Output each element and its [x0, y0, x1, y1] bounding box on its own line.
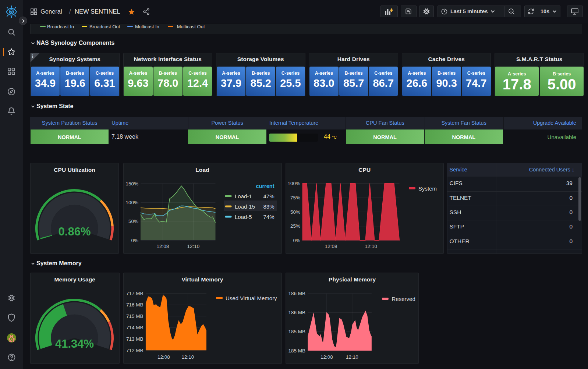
- svg-text:System: System: [418, 185, 437, 192]
- svg-text:Load-15: Load-15: [235, 203, 255, 210]
- svg-text:12:10: 12:10: [187, 244, 199, 249]
- svg-text:Load-5: Load-5: [235, 214, 252, 220]
- svg-text:12:08: 12:08: [320, 354, 333, 360]
- svg-text:185 MB: 185 MB: [288, 348, 305, 354]
- svg-text:186 MB: 186 MB: [288, 310, 305, 315]
- svg-text:717 MB: 717 MB: [126, 291, 143, 296]
- svg-text:75%: 75%: [290, 195, 300, 201]
- svg-text:Load-1: Load-1: [235, 193, 252, 199]
- svg-text:12:08: 12:08: [325, 244, 337, 249]
- svg-text:50%: 50%: [128, 219, 138, 224]
- svg-text:12:10: 12:10: [181, 354, 194, 360]
- svg-text:current: current: [256, 183, 274, 189]
- svg-text:716 MB: 716 MB: [126, 302, 143, 308]
- svg-text:712 MB: 712 MB: [126, 348, 143, 353]
- svg-text:100%: 100%: [125, 200, 138, 205]
- svg-text:150%: 150%: [125, 181, 138, 187]
- svg-text:12:08: 12:08: [157, 354, 170, 360]
- svg-text:0%: 0%: [131, 238, 138, 243]
- svg-text:12:10: 12:10: [346, 354, 358, 360]
- svg-text:47%: 47%: [263, 193, 274, 199]
- svg-text:Used Virtual Memory: Used Virtual Memory: [225, 295, 277, 301]
- svg-text:0%: 0%: [293, 238, 300, 243]
- svg-text:12:10: 12:10: [365, 244, 377, 249]
- svg-text:74%: 74%: [263, 214, 274, 220]
- svg-text:100%: 100%: [287, 181, 300, 186]
- svg-text:Reserved: Reserved: [392, 296, 415, 302]
- svg-text:12:08: 12:08: [156, 244, 169, 249]
- svg-text:713 MB: 713 MB: [126, 336, 143, 342]
- svg-text:41.34%: 41.34%: [55, 337, 94, 350]
- svg-text:83%: 83%: [263, 203, 274, 210]
- svg-text:50%: 50%: [290, 209, 300, 215]
- svg-text:25%: 25%: [290, 223, 300, 229]
- svg-text:0.86%: 0.86%: [59, 225, 91, 238]
- svg-text:715 MB: 715 MB: [126, 313, 143, 319]
- svg-text:186 MB: 186 MB: [288, 291, 305, 296]
- svg-text:185 MB: 185 MB: [288, 329, 305, 334]
- svg-text:714 MB: 714 MB: [126, 325, 143, 330]
